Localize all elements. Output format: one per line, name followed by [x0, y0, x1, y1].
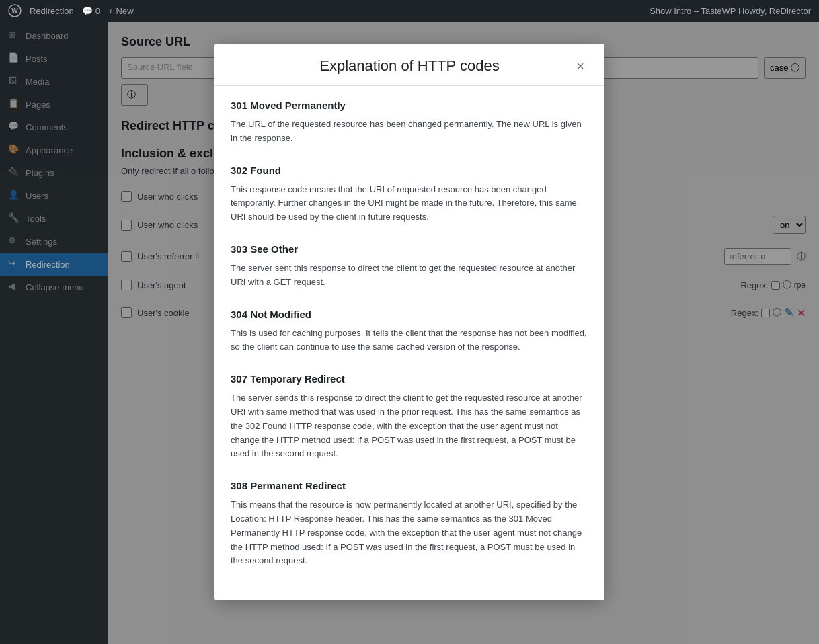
new-link[interactable]: + New	[108, 6, 134, 16]
comments-link[interactable]: 💬 0	[82, 6, 100, 16]
http-307-desc: The server sends this response to direct…	[231, 391, 588, 461]
modal-title: Explanation of HTTP codes	[247, 57, 572, 75]
site-title-link[interactable]: Redirection	[30, 6, 74, 16]
http-308-desc: This means that the resource is now perm…	[231, 498, 588, 568]
http-304-title: 304 Not Modified	[231, 309, 588, 320]
http-302-title: 302 Found	[231, 165, 588, 176]
http-301-section: 301 Moved Permanently The URL of the req…	[231, 99, 588, 146]
http-302-desc: This response code means that the URI of…	[231, 183, 588, 225]
modal-close-button[interactable]: ×	[572, 58, 588, 74]
http-codes-modal: Explanation of HTTP codes × 301 Moved Pe…	[214, 44, 604, 600]
http-303-desc: The server sent this response to direct …	[231, 261, 588, 290]
http-304-section: 304 Not Modified This is used for cachin…	[231, 309, 588, 355]
modal-header: Explanation of HTTP codes ×	[214, 44, 604, 86]
http-308-section: 308 Permanent Redirect This means that t…	[231, 480, 588, 568]
wp-logo-icon: W	[8, 4, 22, 17]
http-303-title: 303 See Other	[231, 243, 588, 255]
http-303-section: 303 See Other The server sent this respo…	[231, 243, 588, 290]
http-301-desc: The URL of the requested resource has be…	[231, 118, 588, 146]
http-307-title: 307 Temporary Redirect	[231, 373, 588, 385]
wp-logo-link[interactable]: W	[8, 4, 22, 17]
http-301-title: 301 Moved Permanently	[231, 99, 588, 111]
admin-bar-right: Show Intro – TasteWP Howdy, ReDirector	[650, 6, 811, 16]
modal-body[interactable]: 301 Moved Permanently The URL of the req…	[214, 86, 604, 600]
admin-bar-left: W Redirection 💬 0 + New	[8, 4, 134, 17]
http-302-section: 302 Found This response code means that …	[231, 165, 588, 225]
http-307-section: 307 Temporary Redirect The server sends …	[231, 373, 588, 461]
http-308-title: 308 Permanent Redirect	[231, 480, 588, 491]
admin-bar: W Redirection 💬 0 + New Show Intro – Tas…	[0, 0, 819, 22]
svg-text:W: W	[11, 7, 18, 15]
http-304-desc: This is used for caching purposes. It te…	[231, 327, 588, 355]
